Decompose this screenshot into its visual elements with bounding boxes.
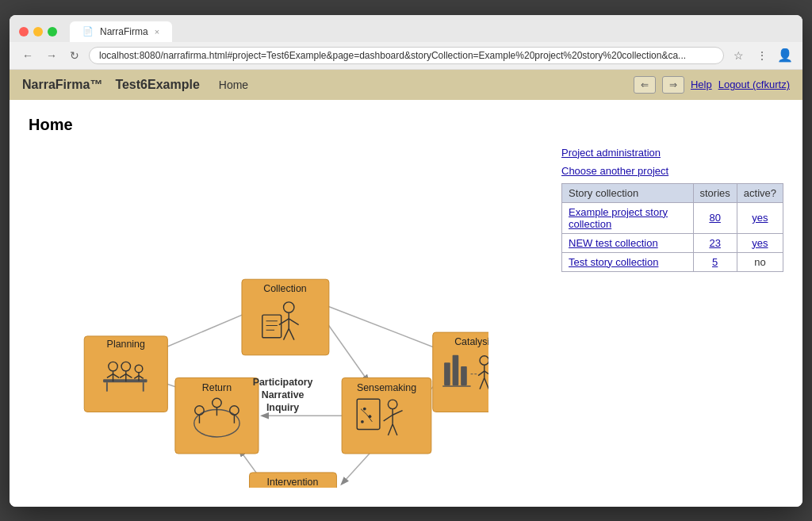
forward-button[interactable]: → — [43, 48, 60, 63]
active-tab[interactable]: 📄 NarraFirma × — [70, 21, 172, 42]
maximize-traffic-light[interactable] — [48, 27, 57, 36]
story-collection-link[interactable]: NEW test collection — [569, 237, 658, 249]
project-admin-link[interactable]: Project administration — [561, 147, 783, 159]
minimize-traffic-light[interactable] — [33, 27, 43, 36]
svg-rect-75 — [453, 354, 459, 385]
address-input[interactable] — [89, 47, 724, 64]
address-bar: ← → ↻ ☆ ⋮ 👤 — [10, 42, 802, 70]
story-collection-link[interactable]: Example project story collection — [569, 206, 668, 230]
svg-text:Sensemaking: Sensemaking — [357, 381, 416, 393]
main-content: Home — [10, 100, 802, 507]
story-collection-link[interactable]: Test story collection — [569, 256, 658, 268]
header-right: ⇐ ⇒ Help Logout (cfkurtz) — [634, 76, 790, 94]
col-stories: stories — [693, 183, 737, 202]
help-link[interactable]: Help — [691, 79, 712, 90]
svg-line-1 — [323, 317, 368, 381]
bookmark-icon[interactable]: ☆ — [730, 48, 747, 63]
stories-count-link[interactable]: 23 — [709, 237, 720, 249]
tab-title: NarraFirma — [100, 26, 148, 37]
tab-close-icon[interactable]: × — [155, 27, 159, 36]
story-collection-table: Story collection stories active? Example… — [561, 183, 783, 272]
svg-text:Intervention: Intervention — [267, 477, 319, 488]
forward-arrow-button[interactable]: ⇒ — [662, 76, 684, 94]
svg-line-6 — [323, 304, 444, 351]
pni-diagram: Planning — [29, 147, 488, 488]
svg-text:Narrative: Narrative — [262, 389, 304, 400]
svg-text:Collection: Collection — [263, 283, 307, 294]
table-row: Test story collection5no — [562, 252, 783, 271]
menu-icon[interactable]: ⋮ — [753, 48, 771, 63]
browser-window: 📄 NarraFirma × ← → ↻ ☆ ⋮ 👤 NarraFirma™ T… — [10, 15, 802, 507]
svg-point-46 — [363, 407, 366, 410]
choose-project-link[interactable]: Choose another project — [561, 165, 783, 177]
svg-text:Planning: Planning — [107, 339, 145, 350]
svg-text:Catalysis: Catalysis — [454, 336, 488, 347]
col-story-collection: Story collection — [562, 183, 694, 202]
ghost-tab — [182, 27, 207, 36]
svg-point-48 — [361, 419, 364, 423]
svg-rect-76 — [461, 366, 467, 385]
svg-text:Return: Return — [202, 381, 232, 393]
table-row: NEW test collection23yes — [562, 233, 783, 252]
col-active: active? — [737, 183, 783, 202]
nav-home-link[interactable]: Home — [219, 79, 248, 91]
active-status: no — [737, 252, 783, 271]
active-status-link[interactable]: yes — [752, 237, 768, 249]
app-header: NarraFirma™ Test6Example Home ⇐ ⇒ Help L… — [10, 70, 802, 100]
diagram-area: Planning — [29, 147, 542, 491]
stories-count-link[interactable]: 80 — [709, 212, 720, 224]
logout-link[interactable]: Logout (cfkurtz) — [718, 79, 790, 90]
right-panel: Project administration Choose another pr… — [561, 147, 783, 491]
svg-rect-10 — [103, 379, 147, 382]
svg-rect-74 — [444, 362, 450, 385]
close-traffic-light[interactable] — [19, 27, 29, 36]
app-brand: NarraFirma™ — [22, 78, 102, 92]
active-status-link[interactable]: yes — [752, 212, 768, 224]
profile-icon[interactable]: 👤 — [777, 48, 793, 63]
table-row: Example project story collection80yes — [562, 202, 783, 233]
svg-line-0 — [156, 309, 255, 351]
svg-text:Inquiry: Inquiry — [266, 402, 299, 413]
svg-text:Participatory: Participatory — [253, 377, 313, 388]
page-title: Home — [29, 116, 783, 134]
back-button[interactable]: ← — [19, 48, 36, 63]
reload-button[interactable]: ↻ — [67, 48, 82, 63]
app-project-name: Test6Example — [115, 78, 199, 92]
back-arrow-button[interactable]: ⇐ — [634, 76, 656, 94]
stories-count-link[interactable]: 5 — [712, 256, 718, 268]
traffic-lights — [19, 27, 57, 36]
content-row: Planning — [29, 147, 783, 491]
tab-favicon-icon: 📄 — [82, 26, 94, 36]
title-bar: 📄 NarraFirma × — [10, 15, 802, 42]
